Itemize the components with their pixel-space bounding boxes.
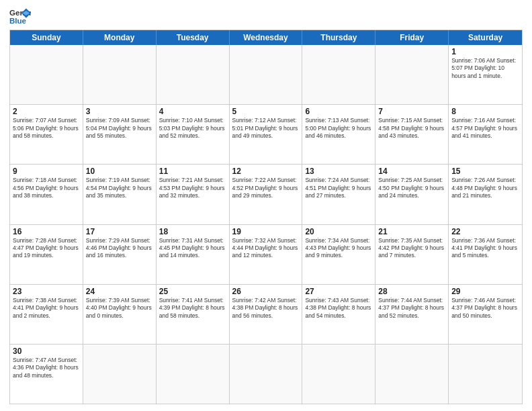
- day-cell: 5Sunrise: 7:12 AM Sunset: 5:01 PM Daylig…: [230, 105, 303, 164]
- day-info: Sunrise: 7:39 AM Sunset: 4:40 PM Dayligh…: [86, 297, 153, 320]
- day-cell: 21Sunrise: 7:35 AM Sunset: 4:42 PM Dayli…: [375, 225, 449, 284]
- day-number: 16: [13, 227, 80, 236]
- day-number: 4: [159, 107, 226, 116]
- day-info: Sunrise: 7:13 AM Sunset: 5:00 PM Dayligh…: [305, 117, 372, 140]
- day-info: Sunrise: 7:09 AM Sunset: 5:04 PM Dayligh…: [86, 117, 153, 140]
- day-cell: 16Sunrise: 7:28 AM Sunset: 4:47 PM Dayli…: [10, 225, 83, 284]
- day-number: 15: [451, 167, 519, 176]
- day-number: 8: [451, 107, 519, 116]
- day-cell: 12Sunrise: 7:22 AM Sunset: 4:52 PM Dayli…: [230, 165, 303, 224]
- generalblue-logo-icon: General Blue: [9, 7, 31, 26]
- day-number: 30: [13, 347, 80, 356]
- day-cell: [230, 45, 303, 104]
- day-number: 6: [305, 107, 372, 116]
- day-info: Sunrise: 7:35 AM Sunset: 4:42 PM Dayligh…: [378, 237, 445, 260]
- header: General Blue: [9, 7, 523, 26]
- day-info: Sunrise: 7:47 AM Sunset: 4:36 PM Dayligh…: [13, 357, 80, 379]
- day-cell: 9Sunrise: 7:18 AM Sunset: 4:56 PM Daylig…: [10, 165, 83, 224]
- day-cell: 3Sunrise: 7:09 AM Sunset: 5:04 PM Daylig…: [83, 105, 157, 164]
- day-number: 26: [232, 287, 300, 296]
- day-header-wednesday: Wednesday: [230, 30, 303, 45]
- day-headers-row: SundayMondayTuesdayWednesdayThursdayFrid…: [10, 30, 522, 45]
- day-cell: 26Sunrise: 7:42 AM Sunset: 4:38 PM Dayli…: [230, 285, 303, 344]
- day-info: Sunrise: 7:07 AM Sunset: 5:06 PM Dayligh…: [13, 117, 80, 140]
- day-cell: 7Sunrise: 7:15 AM Sunset: 4:58 PM Daylig…: [375, 105, 449, 164]
- day-cell: 4Sunrise: 7:10 AM Sunset: 5:03 PM Daylig…: [157, 105, 230, 164]
- day-cell: [302, 345, 375, 404]
- day-cell: 19Sunrise: 7:32 AM Sunset: 4:44 PM Dayli…: [230, 225, 303, 284]
- day-cell: 13Sunrise: 7:24 AM Sunset: 4:51 PM Dayli…: [302, 165, 375, 224]
- day-cell: 29Sunrise: 7:46 AM Sunset: 4:37 PM Dayli…: [449, 285, 522, 344]
- day-cell: [230, 345, 303, 404]
- day-number: 9: [13, 167, 80, 176]
- day-info: Sunrise: 7:36 AM Sunset: 4:41 PM Dayligh…: [451, 237, 519, 260]
- day-cell: 23Sunrise: 7:38 AM Sunset: 4:41 PM Dayli…: [10, 285, 83, 344]
- day-cell: [83, 345, 157, 404]
- day-info: Sunrise: 7:21 AM Sunset: 4:53 PM Dayligh…: [159, 177, 226, 199]
- day-info: Sunrise: 7:15 AM Sunset: 4:58 PM Dayligh…: [378, 117, 445, 140]
- day-number: 3: [86, 107, 153, 116]
- day-cell: [449, 345, 522, 404]
- day-header-saturday: Saturday: [449, 30, 522, 45]
- day-cell: 10Sunrise: 7:19 AM Sunset: 4:54 PM Dayli…: [83, 165, 157, 224]
- day-number: 11: [159, 167, 226, 176]
- day-cell: 2Sunrise: 7:07 AM Sunset: 5:06 PM Daylig…: [10, 105, 83, 164]
- day-info: Sunrise: 7:41 AM Sunset: 4:39 PM Dayligh…: [159, 297, 226, 320]
- day-cell: [83, 45, 157, 104]
- day-cell: 15Sunrise: 7:26 AM Sunset: 4:48 PM Dayli…: [449, 165, 522, 224]
- week-row-6: 30Sunrise: 7:47 AM Sunset: 4:36 PM Dayli…: [10, 345, 522, 404]
- day-cell: 1Sunrise: 7:06 AM Sunset: 5:07 PM Daylig…: [449, 45, 522, 104]
- day-info: Sunrise: 7:28 AM Sunset: 4:47 PM Dayligh…: [13, 237, 80, 260]
- day-number: 25: [159, 287, 226, 296]
- day-info: Sunrise: 7:10 AM Sunset: 5:03 PM Dayligh…: [159, 117, 226, 140]
- day-number: 19: [232, 227, 300, 236]
- week-row-3: 9Sunrise: 7:18 AM Sunset: 4:56 PM Daylig…: [10, 165, 522, 224]
- day-number: 2: [13, 107, 80, 116]
- day-info: Sunrise: 7:46 AM Sunset: 4:37 PM Dayligh…: [451, 297, 519, 320]
- day-info: Sunrise: 7:32 AM Sunset: 4:44 PM Dayligh…: [232, 237, 300, 260]
- day-cell: 30Sunrise: 7:47 AM Sunset: 4:36 PM Dayli…: [10, 345, 83, 404]
- day-info: Sunrise: 7:42 AM Sunset: 4:38 PM Dayligh…: [232, 297, 300, 320]
- day-cell: 22Sunrise: 7:36 AM Sunset: 4:41 PM Dayli…: [449, 225, 522, 284]
- day-cell: [157, 345, 230, 404]
- day-cell: 18Sunrise: 7:31 AM Sunset: 4:45 PM Dayli…: [157, 225, 230, 284]
- day-cell: [375, 45, 449, 104]
- day-cell: 28Sunrise: 7:44 AM Sunset: 4:37 PM Dayli…: [375, 285, 449, 344]
- day-number: 17: [86, 227, 153, 236]
- day-number: 14: [378, 167, 445, 176]
- day-number: 12: [232, 167, 300, 176]
- day-info: Sunrise: 7:22 AM Sunset: 4:52 PM Dayligh…: [232, 177, 300, 199]
- day-number: 7: [378, 107, 445, 116]
- calendar-grid: 1Sunrise: 7:06 AM Sunset: 5:07 PM Daylig…: [10, 45, 522, 404]
- day-number: 13: [305, 167, 372, 176]
- day-header-friday: Friday: [375, 30, 449, 45]
- day-cell: 14Sunrise: 7:25 AM Sunset: 4:50 PM Dayli…: [375, 165, 449, 224]
- day-cell: 8Sunrise: 7:16 AM Sunset: 4:57 PM Daylig…: [449, 105, 522, 164]
- week-row-4: 16Sunrise: 7:28 AM Sunset: 4:47 PM Dayli…: [10, 225, 522, 285]
- day-number: 22: [451, 227, 519, 236]
- day-cell: [302, 45, 375, 104]
- day-info: Sunrise: 7:12 AM Sunset: 5:01 PM Dayligh…: [232, 117, 300, 140]
- day-info: Sunrise: 7:26 AM Sunset: 4:48 PM Dayligh…: [451, 177, 519, 199]
- day-number: 21: [378, 227, 445, 236]
- day-info: Sunrise: 7:25 AM Sunset: 4:50 PM Dayligh…: [378, 177, 445, 199]
- day-info: Sunrise: 7:16 AM Sunset: 4:57 PM Dayligh…: [451, 117, 519, 140]
- day-number: 20: [305, 227, 372, 236]
- day-header-sunday: Sunday: [10, 30, 83, 45]
- day-number: 18: [159, 227, 226, 236]
- week-row-5: 23Sunrise: 7:38 AM Sunset: 4:41 PM Dayli…: [10, 285, 522, 345]
- day-number: 29: [451, 287, 519, 296]
- day-number: 23: [13, 287, 80, 296]
- day-info: Sunrise: 7:31 AM Sunset: 4:45 PM Dayligh…: [159, 237, 226, 260]
- day-header-thursday: Thursday: [302, 30, 375, 45]
- day-info: Sunrise: 7:24 AM Sunset: 4:51 PM Dayligh…: [305, 177, 372, 199]
- day-info: Sunrise: 7:43 AM Sunset: 4:38 PM Dayligh…: [305, 297, 372, 320]
- day-cell: 20Sunrise: 7:34 AM Sunset: 4:43 PM Dayli…: [302, 225, 375, 284]
- logo: General Blue: [9, 7, 31, 26]
- day-cell: 6Sunrise: 7:13 AM Sunset: 5:00 PM Daylig…: [302, 105, 375, 164]
- day-number: 5: [232, 107, 300, 116]
- page: General Blue SundayMondayTuesdayWednesda…: [0, 0, 532, 411]
- day-number: 10: [86, 167, 153, 176]
- day-info: Sunrise: 7:06 AM Sunset: 5:07 PM Dayligh…: [451, 57, 519, 80]
- day-cell: [157, 45, 230, 104]
